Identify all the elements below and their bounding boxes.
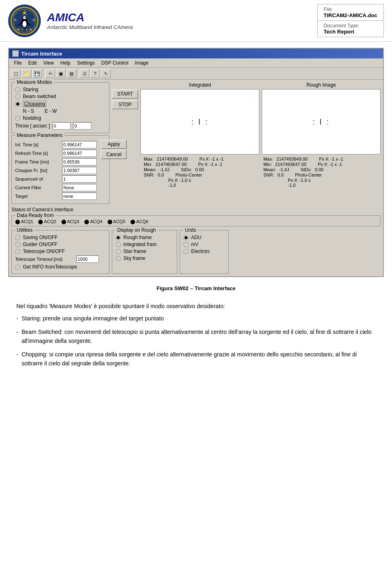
toolbar-arrow[interactable]: ↖: [101, 69, 111, 78]
menu-settings[interactable]: Settings: [74, 59, 98, 67]
int-px-min: Px #: -1 x -1: [198, 162, 222, 167]
measure-params-group: Measure Parameters Int. Time [s] Refresh…: [11, 135, 109, 204]
integrated-frame-row[interactable]: Integrated fram: [116, 242, 174, 247]
radio-staring-input[interactable]: [15, 87, 20, 92]
menu-dsp[interactable]: DSP Control: [98, 59, 131, 67]
rough-snr-row: SNR: 0.0 Photo-Center: [263, 172, 381, 177]
integrated-dots: : I :: [191, 117, 209, 127]
radio-chopping-input[interactable]: [15, 101, 20, 107]
saving-radio[interactable]: [15, 235, 20, 240]
guider-radio[interactable]: [15, 242, 20, 247]
param-sequence-input[interactable]: [62, 175, 97, 183]
radio-nodding[interactable]: Nodding: [15, 115, 106, 121]
star-frame-radio[interactable]: [116, 249, 121, 254]
radio-nodding-input[interactable]: [15, 116, 20, 121]
param-int-time-label: Int. Time [s]: [15, 142, 62, 147]
acq2: ⬤ ACQ2: [38, 219, 56, 224]
radio-nodding-label: Nodding: [23, 115, 41, 121]
integrated-dot: .: [254, 94, 255, 98]
param-target-label: Target: [15, 194, 62, 199]
file-row: File: TIRCAM2-AMICA.doc: [318, 4, 383, 21]
timeout-input[interactable]: [76, 255, 99, 263]
adu-row[interactable]: ADU: [183, 235, 225, 240]
mv-radio[interactable]: [183, 242, 189, 247]
acq5: ⬤ ACQ5: [107, 219, 125, 224]
bullet-staring: - Staring: prende una singola immagine d…: [16, 314, 376, 323]
toolbar-paste[interactable]: ▤: [67, 69, 76, 78]
throw-ns-input[interactable]: [52, 122, 71, 130]
param-filter: Current Filter: [15, 184, 97, 191]
param-int-time-input[interactable]: [62, 141, 97, 148]
rough-mean-label: Mean:: [263, 167, 276, 172]
measure-modes-title: Measure Modes: [15, 79, 53, 85]
menu-view[interactable]: View: [40, 59, 57, 67]
param-target-input[interactable]: [62, 192, 97, 200]
param-frame-input[interactable]: [62, 158, 97, 166]
radio-beam-label: Beam switched: [23, 94, 56, 99]
toolbar-open[interactable]: 📁: [22, 69, 31, 78]
sky-frame-row[interactable]: Sky frame: [116, 255, 174, 261]
guider-row[interactable]: Guider ON/OFF: [15, 242, 106, 247]
menu-edit[interactable]: Edit: [25, 59, 40, 67]
status-label: Status of Camera's Interface: [11, 207, 74, 213]
nodding-ns: N - S: [23, 108, 34, 114]
toolbar-help[interactable]: ?: [90, 69, 100, 78]
integrated-dot2: .: [254, 146, 256, 151]
measure-params-title: Measure Parameters: [15, 132, 64, 138]
int-stdv-label: StDv:: [181, 167, 192, 172]
telescope-row[interactable]: Telescope ON/OFF: [15, 248, 106, 254]
radio-chopping-label: Chopping: [23, 101, 46, 107]
sky-frame-radio[interactable]: [116, 256, 121, 261]
toolbar-new[interactable]: ▢: [11, 69, 21, 78]
rough-frame-label: Rough frame: [123, 235, 151, 240]
electron-row[interactable]: Electron:: [183, 248, 225, 254]
stop-button[interactable]: STOP: [112, 100, 138, 109]
logo-area: AMICA Antarctic Multiband Infrared CAmer…: [8, 4, 133, 37]
adu-radio[interactable]: [183, 235, 189, 240]
getinfo-row[interactable]: Get INFO fromTelescope: [15, 264, 106, 270]
file-info: File: TIRCAM2-AMICA.doc Document Type: T…: [317, 4, 384, 37]
rough-max-value: 2147493649.00: [276, 157, 307, 161]
integrated-frame-radio[interactable]: [116, 242, 121, 247]
radio-beam[interactable]: Beam switched: [15, 94, 106, 99]
acq4: ⬤ ACQ4: [84, 219, 102, 224]
param-refresh-input[interactable]: [62, 150, 97, 157]
rough-frame-row[interactable]: Rough frame: [116, 235, 174, 240]
cancel-button[interactable]: Cancel: [101, 150, 127, 159]
radio-chopping[interactable]: Chopping: [15, 101, 106, 107]
rough-frame-radio[interactable]: [116, 235, 121, 240]
radio-staring[interactable]: Staring: [15, 87, 106, 92]
param-chopper-input[interactable]: [62, 167, 97, 174]
rough-stats: Max: 2147493649.00 Px #: -1 x -1 Min: 21…: [263, 156, 381, 188]
apply-button[interactable]: Apply: [101, 140, 127, 149]
integrated-frame-label: Integrated fram: [123, 242, 156, 247]
telescope-radio[interactable]: [15, 249, 20, 254]
header: AMICA Antarctic Multiband Infrared CAmer…: [0, 0, 392, 42]
startstop-col: START STOP: [112, 90, 138, 109]
saving-row[interactable]: Saving ON/OFF: [15, 235, 106, 240]
getinfo-radio[interactable]: [15, 264, 20, 270]
mv-row[interactable]: mV: [183, 242, 225, 247]
saving-label: Saving ON/OFF: [23, 235, 58, 240]
throw-ew-input[interactable]: [73, 122, 91, 130]
menu-image[interactable]: Image: [131, 59, 151, 67]
electron-radio[interactable]: [183, 249, 189, 254]
status-row: Status of Camera's Interface: [11, 206, 381, 213]
toolbar-print[interactable]: ⎙: [80, 69, 89, 78]
params-fields: Int. Time [s] Refresh Time [s] Frame Tim…: [15, 140, 97, 201]
star-frame-row[interactable]: Star frame: [116, 248, 174, 254]
toolbar-copy[interactable]: ▣: [56, 69, 66, 78]
radio-beam-input[interactable]: [15, 94, 20, 99]
rough-min-row: Min: 2147493647.00 Px #: -1 x -1: [263, 162, 381, 167]
start-button[interactable]: START: [112, 90, 138, 98]
doctype-label: Document Type:: [324, 23, 377, 29]
toolbar-cut[interactable]: ✂: [45, 69, 55, 78]
menu-file[interactable]: File: [11, 59, 25, 67]
menu-help[interactable]: Help: [57, 59, 74, 67]
param-filter-input[interactable]: [62, 184, 97, 191]
toolbar-save[interactable]: 💾: [32, 69, 42, 78]
int-snr-label: SNR:: [144, 172, 154, 177]
timeout-label: Telescope Timeout [ms]: [15, 257, 76, 262]
adu-label: ADU: [191, 235, 201, 240]
tircam-menubar[interactable]: File Edit View Help Settings DSP Control…: [9, 58, 383, 68]
